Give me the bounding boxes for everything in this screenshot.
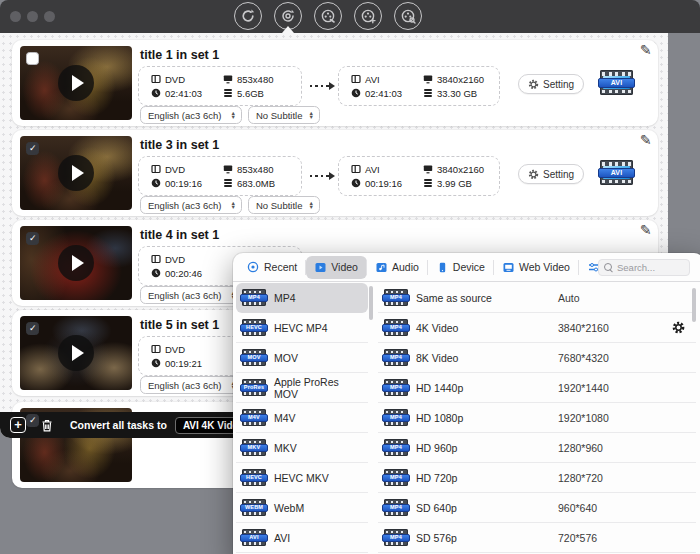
row-checkbox[interactable] (26, 232, 39, 245)
preset-hd-1440p[interactable]: MP4HD 1440p1920*1440 (378, 373, 696, 403)
play-button[interactable] (58, 65, 94, 101)
format-item-mp4[interactable]: MP4MP4 (236, 283, 368, 313)
source-format: DVD (151, 344, 223, 355)
format-icon (151, 254, 161, 264)
preset-sd-640p[interactable]: MP4SD 640p960*640 (378, 493, 696, 523)
audio-track-select[interactable]: English (ac3 6ch)▲▼ (140, 286, 242, 304)
audio-track-select[interactable]: English (ac3 6ch)▲▼ (140, 196, 242, 214)
source-duration: 00:19:21 (151, 358, 223, 369)
format-icon (351, 164, 361, 174)
preset-same-as-source[interactable]: MP4Same as sourceAuto (378, 283, 696, 313)
preset-hd-1080p[interactable]: MP4HD 1080p1920*1080 (378, 403, 696, 433)
add-file-button[interactable] (10, 417, 26, 433)
reel-arrow-icon[interactable] (314, 2, 342, 30)
row-title: title 1 in set 1 (140, 48, 219, 62)
search-box[interactable] (598, 259, 690, 276)
video-thumbnail[interactable] (20, 316, 132, 390)
edit-pencil-icon[interactable] (640, 132, 652, 148)
film-icon: MP4 (384, 349, 408, 366)
subtitle-select[interactable]: No Subtitle▲▼ (248, 196, 320, 214)
edit-pencil-icon[interactable] (640, 222, 652, 238)
setting-button[interactable]: Setting (518, 74, 584, 94)
output-format-badge[interactable]: AVI (600, 160, 633, 185)
tab-recent[interactable]: Recent (238, 256, 306, 279)
reel-plus-icon[interactable] (354, 2, 382, 30)
format-item-mkv[interactable]: MKVMKV (236, 433, 368, 463)
film-icon: MP4 (384, 289, 408, 306)
video-thumbnail[interactable] (20, 46, 132, 120)
row-checkbox[interactable] (26, 414, 39, 427)
preset-sd-576p[interactable]: MP4SD 576p720*576 (378, 523, 696, 553)
row-title: title 5 in set 1 (140, 318, 219, 332)
tab-web-video[interactable]: Web Video (494, 256, 579, 279)
reel-search-icon[interactable] (394, 2, 422, 30)
device-icon (437, 262, 448, 273)
format-item-prores-mov[interactable]: ProResApple ProRes MOV (236, 373, 368, 403)
traffic-zoom-button[interactable] (44, 11, 55, 22)
preset-8k-video[interactable]: MP48K Video7680*4320 (378, 343, 696, 373)
video-thumbnail[interactable] (20, 226, 132, 300)
film-icon: MOV (242, 349, 266, 366)
storage-icon (223, 178, 233, 188)
row-checkbox[interactable] (26, 142, 39, 155)
play-button[interactable] (58, 155, 94, 191)
preset-4k-video[interactable]: MP44K Video3840*2160 (378, 313, 696, 343)
edit-pencil-icon[interactable] (640, 42, 652, 58)
format-item-hevc-mp4[interactable]: HEVCHEVC MP4 (236, 313, 368, 343)
convert-all-label: Convert all tasks to (70, 419, 167, 431)
web-video-icon (503, 262, 514, 273)
convert-arrow-icon (310, 85, 330, 87)
toolbar-mode-icons (234, 2, 422, 30)
sync-icon[interactable] (234, 2, 262, 30)
format-item-avi[interactable]: AVIAVI (236, 523, 368, 553)
row-checkbox[interactable] (26, 322, 39, 335)
format-item-hevc-mkv[interactable]: HEVCHEVC MKV (236, 463, 368, 493)
stepper-icon: ▲▼ (309, 201, 314, 210)
audio-track-select[interactable]: English (ac3 6ch)▲▼ (140, 376, 242, 394)
storage-icon (423, 88, 433, 98)
display-icon (423, 164, 433, 174)
clock-icon (351, 88, 361, 98)
format-item-m4v[interactable]: M4VM4V (236, 403, 368, 433)
output-duration: 02:41:03 (351, 88, 423, 99)
clock-icon (351, 178, 361, 188)
traffic-close-button[interactable] (10, 11, 21, 22)
scrollbar-thumb[interactable] (692, 288, 696, 322)
preset-gear-icon[interactable] (672, 321, 694, 334)
source-duration: 00:20:46 (151, 268, 223, 279)
subtitle-select[interactable]: No Subtitle▲▼ (248, 106, 320, 124)
tab-video[interactable]: Video (306, 256, 367, 279)
preset-hd-720p[interactable]: MP4HD 720p1280*720 (378, 463, 696, 493)
format-item-webm[interactable]: WEBMWebM (236, 493, 368, 523)
search-input[interactable] (617, 262, 681, 273)
source-info-box: DVD 853x480 02:41:03 5.6GB (138, 66, 302, 106)
output-size: 3.99 GB (423, 178, 491, 189)
setting-button[interactable]: Setting (518, 164, 584, 184)
format-icon (351, 74, 361, 84)
source-info-box: DVD 853x480 00:19:16 683.0MB (138, 156, 302, 196)
play-button[interactable] (58, 335, 94, 371)
format-item-mov[interactable]: MOVMOV (236, 343, 368, 373)
scrollbar-thumb[interactable] (369, 286, 373, 320)
task-row-2: title 3 in set 1 DVD 853x480 00:19:16 68… (12, 130, 658, 216)
film-icon: MP4 (384, 469, 408, 486)
output-info-box: AVI 3840x2160 00:19:16 3.99 GB (338, 156, 500, 196)
play-button[interactable] (58, 245, 94, 281)
tab-device[interactable]: Device (428, 256, 494, 279)
video-thumbnail[interactable] (20, 136, 132, 210)
audio-track-select[interactable]: English (ac3 6ch)▲▼ (140, 106, 242, 124)
traffic-minimize-button[interactable] (27, 11, 38, 22)
row-checkbox[interactable] (26, 52, 39, 65)
video-icon (315, 262, 326, 273)
output-format-badge[interactable]: AVI (600, 70, 633, 95)
preset-hd-960p[interactable]: MP4HD 960p1280*960 (378, 433, 696, 463)
output-size: 33.30 GB (423, 88, 491, 99)
film-icon: MKV (242, 439, 266, 456)
active-tool-caret (282, 26, 294, 33)
output-resolution: 3840x2160 (423, 74, 491, 85)
source-format: DVD (151, 74, 223, 85)
tab-audio[interactable]: Audio (367, 256, 428, 279)
window-titlebar (0, 0, 700, 33)
delete-task-button[interactable] (40, 418, 54, 433)
output-format: AVI (351, 74, 423, 85)
